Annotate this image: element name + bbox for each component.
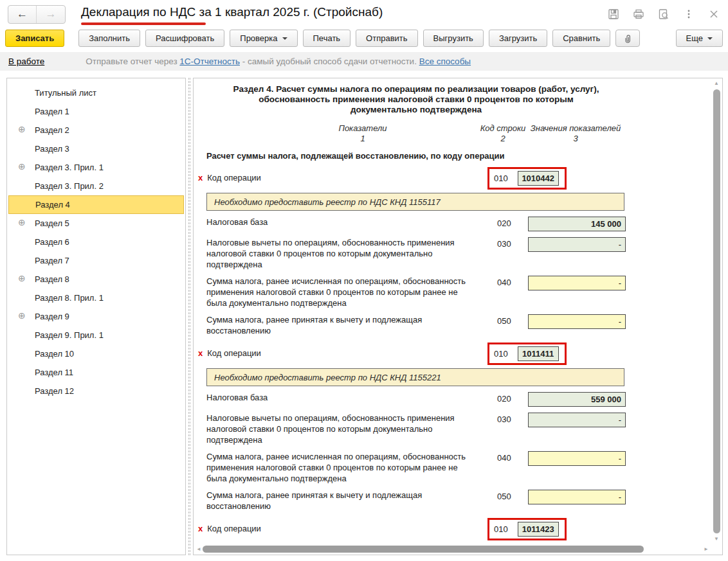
expand-icon[interactable]: ⊕ xyxy=(18,274,26,283)
value-field[interactable]: - xyxy=(528,413,626,427)
sidebar-item-section-5[interactable]: ⊕Раздел 5 xyxy=(8,214,184,233)
close-icon[interactable] xyxy=(707,8,720,21)
sidebar-item-label: Раздел 6 xyxy=(35,237,69,247)
value-field[interactable]: 145 000 xyxy=(528,217,626,231)
sidebar-item-section-11[interactable]: Раздел 11 xyxy=(8,363,184,382)
sidebar-item-label: Раздел 8 xyxy=(35,274,69,284)
value-field[interactable]: - xyxy=(528,237,626,252)
fill-button[interactable]: Заполнить xyxy=(78,30,140,47)
status-message: Отправьте отчет через 1С-Отчетность - са… xyxy=(86,57,471,66)
sidebar-item-label: Раздел 3. Прил. 1 xyxy=(35,163,104,172)
line-code: 010 xyxy=(494,174,508,183)
operation-code-field[interactable]: 1010442 xyxy=(518,171,559,186)
paperclip-icon xyxy=(623,33,633,44)
1c-reporting-link[interactable]: 1С-Отчетность xyxy=(179,57,240,66)
sidebar-item-section-3[interactable]: Раздел 3 xyxy=(8,139,184,158)
check-button[interactable]: Проверка xyxy=(230,30,297,47)
print-button[interactable]: Печать xyxy=(303,30,351,47)
scroll-up-arrow[interactable]: ▲ xyxy=(713,80,720,86)
expand-icon[interactable]: ⊕ xyxy=(18,125,26,134)
form-panel: Раздел 4. Расчет суммы налога по операци… xyxy=(193,78,723,555)
sidebar-item-section-4[interactable]: Раздел 4 xyxy=(8,195,184,214)
row-label: Сумма налога, ранее принятая к вычету и … xyxy=(206,314,497,336)
save-button[interactable]: Записать xyxy=(5,30,64,47)
import-button[interactable]: Загрузить xyxy=(489,30,547,47)
scroll-right-arrow[interactable]: ► xyxy=(704,546,709,552)
vertical-scrollbar[interactable]: ▲ ▼ xyxy=(711,78,722,544)
expand-icon[interactable]: ⊕ xyxy=(18,162,26,171)
line-code: 010 xyxy=(494,349,508,359)
more-button[interactable]: Еще xyxy=(676,30,723,47)
sidebar-item-label: Раздел 11 xyxy=(35,368,73,377)
forward-button[interactable]: → xyxy=(37,6,65,23)
sidebar-item-section-8[interactable]: ⊕Раздел 8 xyxy=(8,270,184,289)
value-field[interactable]: - xyxy=(528,451,626,466)
error-highlight-box: 010 1010442 xyxy=(487,167,567,190)
sidebar-item-section-3-app-1[interactable]: ⊕Раздел 3. Прил. 1 xyxy=(8,158,184,177)
sidebar-item-label: Раздел 3 xyxy=(35,144,69,154)
sidebar-item-label: Раздел 12 xyxy=(35,386,74,396)
row-label: Налоговая база xyxy=(206,217,497,227)
sidebar-item-label: Раздел 7 xyxy=(35,256,69,265)
line-code: 030 xyxy=(497,413,528,424)
sidebar-item-label: Раздел 8. Прил. 1 xyxy=(35,293,104,303)
form-row: Сумма налога, ранее исчисленная по опера… xyxy=(206,276,626,308)
sidebar-item-label: Раздел 9 xyxy=(35,312,69,321)
sidebar-item-section-9-app-1[interactable]: Раздел 9. Прил. 1 xyxy=(8,326,184,344)
row-label: Налоговая база xyxy=(206,392,497,403)
sidebar-item-section-6[interactable]: Раздел 6 xyxy=(8,233,184,251)
decrypt-button[interactable]: Расшифровать xyxy=(145,30,224,47)
save-icon[interactable] xyxy=(607,8,620,21)
value-field[interactable]: - xyxy=(528,490,626,504)
scroll-left-arrow[interactable]: ◄ xyxy=(196,546,201,552)
sidebar-item-label: Раздел 3. Прил. 2 xyxy=(35,181,104,191)
value-field[interactable]: - xyxy=(528,276,626,290)
expand-icon[interactable]: ⊕ xyxy=(18,218,26,227)
error-marker-icon: x xyxy=(198,524,203,533)
value-field[interactable]: 559 000 xyxy=(528,392,626,407)
vertical-scroll-thumb[interactable] xyxy=(713,89,720,533)
sidebar-item-section-1[interactable]: Раздел 1 xyxy=(8,102,184,121)
expand-icon[interactable]: ⊕ xyxy=(18,311,26,320)
sidebar-item-section-10[interactable]: Раздел 10 xyxy=(8,344,184,363)
export-button[interactable]: Выгрузить xyxy=(423,30,484,47)
more-button-label: Еще xyxy=(686,33,703,43)
sidebar-item-section-7[interactable]: Раздел 7 xyxy=(8,251,184,270)
attachments-button[interactable] xyxy=(615,30,640,47)
operation-code-field[interactable]: 1011423 xyxy=(518,522,559,537)
horizontal-scroll-thumb[interactable] xyxy=(203,546,644,553)
page-title: Декларация по НДС за 1 квартал 2025 г. (… xyxy=(81,5,383,19)
form-row: Сумма налога, ранее принятая к вычету и … xyxy=(206,314,626,336)
line-code: 050 xyxy=(497,314,528,326)
compare-button[interactable]: Сравнить xyxy=(552,30,610,47)
scroll-down-arrow[interactable]: ▼ xyxy=(713,536,720,542)
horizontal-scrollbar[interactable]: ◄ ► xyxy=(194,544,711,555)
sidebar-item-title-page[interactable]: Титульный лист xyxy=(8,84,184,102)
line-code: 040 xyxy=(497,451,528,463)
check-button-label: Проверка xyxy=(240,33,277,43)
all-methods-link[interactable]: Все способы xyxy=(419,57,471,66)
sidebar-item-section-12[interactable]: Раздел 12 xyxy=(8,382,184,400)
status-badge[interactable]: В работе xyxy=(8,57,44,66)
sidebar-item-label: Раздел 1 xyxy=(35,107,69,116)
section-title-line: обоснованность применения налоговой став… xyxy=(206,94,626,105)
print-icon[interactable] xyxy=(632,8,645,21)
preview-icon[interactable] xyxy=(657,8,670,21)
form-row: Налоговая база 020 559 000 xyxy=(206,392,626,407)
chevron-down-icon xyxy=(282,37,287,40)
back-button[interactable]: ← xyxy=(8,6,37,23)
operation-code-field[interactable]: 1011411 xyxy=(518,346,559,361)
sidebar-item-label: Раздел 4 xyxy=(35,200,70,209)
column-header-indicators: Показатели1 xyxy=(338,123,387,144)
kebab-menu-icon[interactable] xyxy=(682,8,695,21)
panel-splitter[interactable] xyxy=(188,78,190,555)
sidebar-item-section-8-app-1[interactable]: Раздел 8. Прил. 1 xyxy=(8,289,184,307)
sidebar-item-label: Раздел 10 xyxy=(35,349,74,359)
send-button[interactable]: Отправить xyxy=(356,30,417,47)
sidebar-item-section-3-app-2[interactable]: Раздел 3. Прил. 2 xyxy=(8,177,184,195)
sidebar-item-section-9[interactable]: ⊕Раздел 9 xyxy=(8,307,184,326)
value-field[interactable]: - xyxy=(528,314,626,329)
sidebar-item-section-2[interactable]: ⊕Раздел 2 xyxy=(8,121,184,139)
chevron-down-icon xyxy=(707,37,713,40)
subsection-title: Расчет суммы налога, подлежащей восстано… xyxy=(206,151,626,161)
